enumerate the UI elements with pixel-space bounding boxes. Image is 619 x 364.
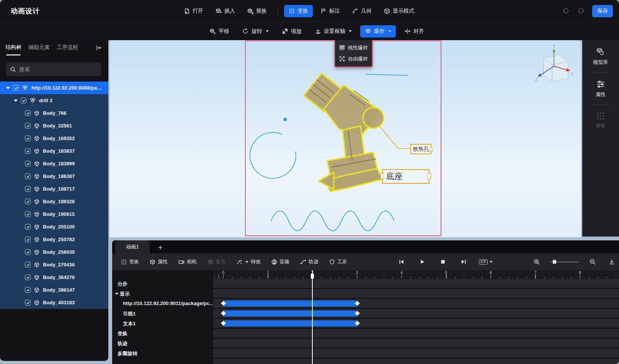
undo-icon[interactable] xyxy=(560,6,571,16)
timeline-row-multiturn[interactable]: 多圈旋转 xyxy=(112,348,619,358)
timeline-bar[interactable] xyxy=(223,310,357,317)
pan-button[interactable]: 平移 xyxy=(205,25,234,38)
add-animation-tab-button[interactable]: + xyxy=(158,242,163,253)
tree-body-item[interactable]: Body_403183 xyxy=(0,296,108,309)
tab-process-flow[interactable]: 工序流程 xyxy=(57,44,78,52)
search-box[interactable] xyxy=(6,62,101,76)
checkbox-checked-icon[interactable] xyxy=(25,161,31,166)
textbox-left-handle[interactable] xyxy=(381,173,384,179)
callout-label[interactable]: 散热孔 xyxy=(410,144,431,154)
track-strip[interactable] xyxy=(213,349,619,357)
timeline-zoom-slider[interactable] xyxy=(550,261,579,263)
menu-item-free-explode[interactable]: 自由爆炸 xyxy=(335,53,372,64)
checkbox-checked-icon[interactable] xyxy=(25,211,31,217)
step-forward-button[interactable] xyxy=(458,256,469,267)
checkbox-checked-icon[interactable] xyxy=(25,135,31,141)
track-camera-button[interactable]: 相机 xyxy=(176,256,199,267)
timeline-row-transform[interactable]: 变换 xyxy=(112,328,619,338)
tree-body-item[interactable]: Body_183837 xyxy=(0,145,108,157)
track-strip[interactable] xyxy=(213,339,619,348)
track-display-button[interactable]: 显示 xyxy=(205,256,228,267)
explode-button[interactable]: 爆炸 xyxy=(360,25,396,38)
track-properties-button[interactable]: 属性 xyxy=(147,256,170,267)
tree-body-item[interactable]: Body_32561 xyxy=(0,119,108,132)
track-strip[interactable] xyxy=(213,329,619,338)
redo-icon[interactable] xyxy=(576,6,587,16)
checkbox-checked-icon[interactable] xyxy=(25,287,31,293)
track-strip[interactable] xyxy=(213,279,619,288)
checkbox-checked-icon[interactable] xyxy=(25,262,31,268)
play-button[interactable] xyxy=(417,256,428,267)
tab-structure-tree[interactable]: 结构树 xyxy=(5,44,21,52)
callout-resize-handle[interactable] xyxy=(430,147,433,152)
checkbox-checked-icon[interactable] xyxy=(25,110,31,116)
tree-root-item[interactable]: http://10.122.92.200:8088/pack... xyxy=(0,82,108,94)
tree-body-item[interactable]: Body_205100 xyxy=(0,220,108,233)
checkbox-checked-icon[interactable] xyxy=(25,224,31,230)
zoom-out-icon[interactable] xyxy=(587,256,598,267)
track-effects-button[interactable]: 特效 xyxy=(234,256,263,267)
checkbox-checked-icon[interactable] xyxy=(25,199,31,204)
tree-body-item[interactable]: Body_186387 xyxy=(0,170,108,183)
track-strip[interactable] xyxy=(213,319,619,328)
replace-button[interactable]: 替换 xyxy=(243,5,271,17)
open-button[interactable]: 打开 xyxy=(179,5,208,17)
tab-auxiliary-elements[interactable]: 辅助元素 xyxy=(28,44,50,52)
tree-body-item[interactable]: Body_256030 xyxy=(0,246,108,258)
checkbox-checked-icon[interactable] xyxy=(13,85,19,91)
track-strip[interactable] xyxy=(213,309,619,318)
annotate-button[interactable]: 标注 xyxy=(316,5,345,17)
collapse-sidebar-icon[interactable] xyxy=(95,44,103,52)
tree-body-item[interactable]: Body_396147 xyxy=(0,284,108,296)
tree-body-item[interactable]: Body_169352 xyxy=(0,132,108,145)
track-strip[interactable] xyxy=(213,299,619,308)
timeline-row-steps[interactable]: 分步 xyxy=(112,279,619,289)
timeline-row-text1[interactable]: 文本1 xyxy=(112,318,619,328)
panel-model-library[interactable]: 模型库 xyxy=(593,47,608,66)
align-button[interactable]: 对齐 xyxy=(400,25,429,38)
checkbox-checked-icon[interactable] xyxy=(25,300,31,305)
zoom-in-icon[interactable] xyxy=(531,256,542,267)
export-download-icon[interactable] xyxy=(606,256,617,267)
set-pivot-button[interactable]: 设置枢轴 xyxy=(310,25,356,38)
timeline-row-leader1[interactable]: 引线1 xyxy=(112,309,619,318)
timeline-bar[interactable] xyxy=(223,300,357,307)
checkbox-checked-icon[interactable] xyxy=(25,237,31,242)
tree-body-item[interactable]: Body_364276 xyxy=(0,271,108,284)
timeline-row-trajectory[interactable]: 轨迹 xyxy=(112,338,619,348)
save-button[interactable]: 保存 xyxy=(592,5,613,17)
tree-expand-caret-icon[interactable] xyxy=(14,100,18,102)
track-transform-button[interactable]: 变换 xyxy=(119,256,141,267)
step-backward-button[interactable] xyxy=(396,256,407,267)
timeline-row-model-url[interactable]: http://10.122.92.200:9011/package/pc/3dc… xyxy=(112,299,619,309)
geometry-button[interactable]: 几何 xyxy=(348,5,376,17)
playback-speed-selector[interactable]: 正常 xyxy=(479,260,493,264)
text-annotation-box[interactable]: 底座 xyxy=(382,169,430,184)
scale-button[interactable]: 缩放 xyxy=(277,25,306,38)
playhead-handle[interactable] xyxy=(311,274,314,279)
tree-body-item[interactable]: Body_190615 xyxy=(0,208,108,220)
transform-mode-button[interactable]: 变换 xyxy=(284,5,313,17)
tree-group-item[interactable]: drill 3 xyxy=(0,94,108,107)
checkbox-checked-icon[interactable] xyxy=(25,148,31,154)
tree-body-item[interactable]: Body_188717 xyxy=(0,183,108,195)
checkbox-checked-icon[interactable] xyxy=(25,274,31,280)
tree-expand-caret-icon[interactable] xyxy=(6,87,10,89)
tree-body-item[interactable]: Body_270436 xyxy=(0,258,108,271)
checkbox-checked-icon[interactable] xyxy=(25,173,31,179)
zoom-slider-handle[interactable] xyxy=(553,260,556,264)
animation-tab[interactable]: 动画1 xyxy=(115,240,150,253)
track-strip[interactable] xyxy=(213,289,619,298)
search-input[interactable] xyxy=(19,66,88,72)
row-expand-caret-icon[interactable] xyxy=(115,293,118,295)
timeline-ruler[interactable]: 0 1 2 3 4 5 6 7 8 xyxy=(213,270,619,279)
track-strip[interactable] xyxy=(213,359,619,364)
stop-button[interactable] xyxy=(438,256,448,267)
timeline-bar[interactable] xyxy=(223,320,357,326)
view-cube[interactable]: Y Z X xyxy=(532,43,574,85)
timeline-row-display-group[interactable]: 显示 xyxy=(112,289,619,299)
checkbox-checked-icon[interactable] xyxy=(25,123,31,129)
checkbox-checked-icon[interactable] xyxy=(25,249,31,255)
track-audio-button[interactable]: 音频 xyxy=(269,256,292,267)
panel-properties[interactable]: 属性 xyxy=(596,79,606,98)
